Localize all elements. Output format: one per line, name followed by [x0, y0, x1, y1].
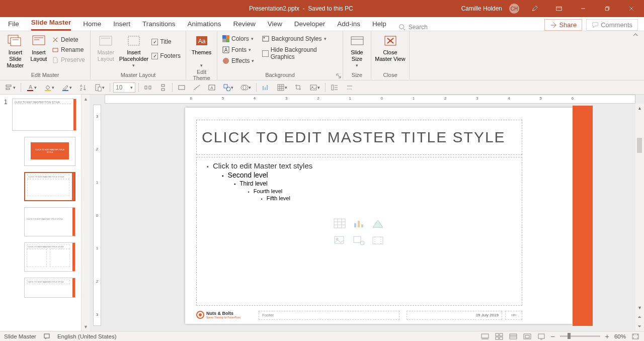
tab-view[interactable]: View	[268, 17, 282, 31]
sorter-view-icon[interactable]	[509, 332, 518, 340]
tab-review[interactable]: Review	[233, 17, 255, 31]
thumbnail-layout[interactable]: CLICK TO EDIT MASTER TITLE STYLE	[24, 242, 75, 272]
thumbnail-layout[interactable]: CLICK TO EDIT MASTER TITLE STYLE	[24, 278, 75, 298]
table-icon[interactable]	[333, 218, 346, 228]
svg-rect-23	[226, 35, 229, 39]
user-avatar[interactable]: CH	[509, 4, 519, 14]
sort-az-button[interactable]: AZ	[77, 82, 89, 93]
comments-button[interactable]: Comments	[586, 19, 638, 31]
smartart-icon[interactable]	[371, 218, 384, 228]
scroll-up-icon[interactable]: ▲	[635, 104, 644, 112]
font-color-button[interactable]: A▾	[24, 82, 39, 93]
spell-check-icon[interactable]	[43, 332, 50, 340]
reading-view-icon[interactable]	[523, 332, 532, 340]
tab-help[interactable]: Help	[372, 17, 386, 31]
scroll-down-icon[interactable]: ▼	[82, 322, 90, 331]
dialog-launcher-icon[interactable]	[336, 73, 341, 78]
slideshow-view-icon[interactable]	[537, 332, 546, 340]
shape-line-button[interactable]	[191, 82, 203, 93]
slide-number-placeholder[interactable]: ‹#›	[505, 311, 522, 320]
tab-animations[interactable]: Animations	[188, 17, 221, 31]
insert-placeholder-button[interactable]: Insert Placeholder▾	[119, 33, 148, 69]
outline-color-button[interactable]: ▾	[59, 82, 74, 93]
tab-slide-master[interactable]: Slide Master	[31, 16, 71, 31]
restore-button[interactable]	[599, 3, 616, 15]
tab-transitions[interactable]: Transitions	[142, 17, 176, 31]
textbox-button[interactable]: A	[206, 82, 218, 93]
notes-view-icon[interactable]	[480, 332, 490, 340]
footers-checkbox[interactable]: ✓Footers	[149, 51, 183, 60]
overflow-button[interactable]	[344, 82, 356, 93]
status-language[interactable]: English (United States)	[57, 333, 117, 339]
insert-layout-button[interactable]: Insert Layout	[29, 33, 49, 62]
thumbnail-layout[interactable]: CLICK TO EDIT MASTER TITLESTYLE	[24, 137, 75, 166]
selection-pane-button[interactable]	[329, 82, 341, 93]
thumbnail-layout-selected[interactable]: CLICK TO EDIT MASTER TITLE STYLE	[24, 172, 75, 201]
thumbnail-scrollbar[interactable]: ▲ ▼	[81, 95, 90, 331]
vertical-scrollbar[interactable]: ▲ ▼ ⏶ ⏷	[635, 104, 644, 331]
tab-addins[interactable]: Add-ins	[337, 17, 360, 31]
chart-icon[interactable]	[352, 218, 365, 228]
close-master-view-button[interactable]: Close Master View	[374, 33, 406, 62]
video-icon[interactable]	[371, 235, 384, 245]
scroll-up-icon[interactable]: ▲	[82, 95, 90, 103]
tab-home[interactable]: Home	[83, 17, 101, 31]
svg-rect-85	[354, 236, 361, 242]
svg-rect-29	[263, 36, 269, 41]
date-placeholder[interactable]: 19 July 2019	[407, 311, 502, 320]
crop-button[interactable]	[292, 82, 304, 93]
shape-menu-button[interactable]: ▾	[221, 82, 235, 93]
themes-button[interactable]: Aa Themes▾	[189, 33, 214, 69]
delete-button[interactable]: Delete	[50, 35, 87, 44]
colors-button[interactable]: Colors ▾	[220, 34, 256, 43]
thumbnail-master[interactable]: CLICK TO EDIT MASTER TITLE STYLE	[12, 99, 76, 131]
thumbnail-layout[interactable]: CLICK TO EDIT MASTER TITLE STYLE	[24, 207, 75, 236]
shape-rect-button[interactable]	[176, 82, 188, 93]
merge-shapes-button[interactable]: ▾	[238, 82, 253, 93]
prev-slide-button[interactable]: ⏶	[635, 312, 644, 321]
content-placeholder[interactable]: Click to edit Master text styles Second …	[196, 157, 522, 306]
slide-canvas[interactable]: CLICK TO EDIT MASTER TITLE STYLE Click t…	[185, 108, 573, 324]
clipboard-button[interactable]: ▾	[92, 82, 107, 93]
distribute-h-button[interactable]	[142, 82, 154, 93]
title-checkbox[interactable]: ✓Title	[149, 37, 183, 46]
scroll-thumb[interactable]	[637, 138, 642, 153]
pictures-icon[interactable]	[333, 235, 346, 245]
ribbon-display-icon[interactable]	[550, 3, 568, 15]
hide-background-checkbox[interactable]: Hide Background Graphics	[260, 45, 340, 61]
zoom-slider[interactable]	[560, 335, 600, 337]
font-size-input[interactable]: 10▾	[113, 82, 135, 93]
insert-slide-master-button[interactable]: Insert Slide Master	[3, 33, 28, 69]
zoom-level[interactable]: 60%	[614, 333, 626, 339]
chart-button[interactable]	[260, 82, 272, 93]
zoom-in-button[interactable]: +	[605, 332, 609, 340]
tab-file[interactable]: File	[8, 17, 19, 31]
fonts-button[interactable]: AFonts ▾	[220, 45, 256, 54]
collapse-ribbon-button[interactable]	[632, 31, 644, 80]
picture-button[interactable]: ▾	[307, 82, 322, 93]
slide-size-button[interactable]: Slide Size▾	[346, 33, 368, 69]
close-button[interactable]	[623, 3, 640, 15]
minimize-button[interactable]	[575, 3, 592, 15]
tab-developer[interactable]: Developer	[294, 17, 326, 31]
pen-icon[interactable]	[526, 3, 543, 15]
tab-insert[interactable]: Insert	[113, 17, 130, 31]
effects-button[interactable]: Effects ▾	[220, 56, 256, 65]
footer-placeholder[interactable]: Footer	[259, 311, 399, 320]
table-button[interactable]: ▾	[275, 82, 289, 93]
content-icons[interactable]	[333, 218, 385, 245]
online-pictures-icon[interactable]	[352, 235, 365, 245]
fit-to-window-button[interactable]	[631, 332, 640, 340]
normal-view-icon[interactable]	[495, 332, 504, 340]
fill-color-button[interactable]: ▾	[42, 82, 56, 93]
distribute-v-button[interactable]	[157, 82, 169, 93]
rename-button[interactable]: Rename	[50, 45, 87, 54]
zoom-out-button[interactable]: −	[551, 332, 555, 340]
scroll-down-icon[interactable]: ▼	[635, 303, 644, 312]
share-button[interactable]: Share	[544, 19, 582, 31]
search-box[interactable]: Search	[398, 24, 428, 31]
next-slide-button[interactable]: ⏷	[635, 321, 644, 331]
background-styles-button[interactable]: Background Styles ▾	[260, 34, 340, 43]
align-left-button[interactable]: ▾	[3, 82, 18, 93]
title-placeholder[interactable]: CLICK TO EDIT MASTER TITLE STYLE	[196, 120, 522, 155]
